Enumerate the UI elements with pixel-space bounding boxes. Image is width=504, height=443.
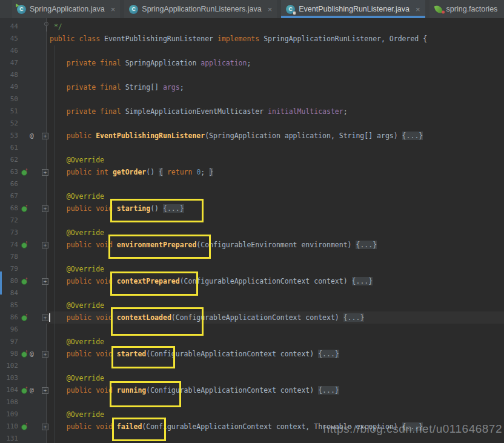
code-line-67[interactable]: 67 @Override xyxy=(0,190,504,202)
overrides-method-icon[interactable]: ↑ xyxy=(21,422,28,431)
code-line-103[interactable]: 103 @Override xyxy=(0,372,504,384)
code-text[interactable]: @Override xyxy=(46,372,504,384)
token-txt xyxy=(50,338,67,346)
code-line-66[interactable]: 66 xyxy=(0,178,504,190)
code-text[interactable] xyxy=(46,178,504,190)
code-line-102[interactable]: 102 xyxy=(0,360,504,372)
code-line-50[interactable]: 50 xyxy=(0,93,504,105)
code-text[interactable]: private final SpringApplication applicat… xyxy=(46,57,504,69)
code-line-47[interactable]: 47 private final SpringApplication appli… xyxy=(0,57,504,69)
code-text[interactable]: public EventPublishingRunListener(Spring… xyxy=(46,130,504,142)
code-line-109[interactable]: 109 @Override xyxy=(0,408,504,421)
editor[interactable]: 44 */45public class EventPublishingRunLi… xyxy=(0,18,504,443)
overrides-method-icon[interactable]: ↑ xyxy=(21,350,28,358)
code-line-48[interactable]: 48 xyxy=(0,69,504,81)
tab-springapplicationrunlisteners-java[interactable]: CSpringApplicationRunListeners.java× xyxy=(124,0,277,18)
overrides-method-icon[interactable]: ↑ xyxy=(21,277,28,285)
fold-expand-icon[interactable]: + xyxy=(42,169,48,176)
code-text[interactable] xyxy=(46,93,504,105)
code-text[interactable] xyxy=(46,251,504,263)
code-line-80[interactable]: 80↑+ public void contextPrepared(Configu… xyxy=(0,275,504,287)
code-line-74[interactable]: 74↑+ public void environmentPrepared(Con… xyxy=(0,239,504,251)
code-text[interactable]: public void environmentPrepared(Configur… xyxy=(46,239,504,251)
code-text[interactable]: @Override xyxy=(46,336,504,348)
code-text[interactable]: public void starting() {...} xyxy=(46,202,504,215)
fold-expand-icon[interactable]: + xyxy=(42,351,48,358)
code-line-96[interactable]: 96 xyxy=(0,324,504,336)
overrides-method-icon[interactable]: ↑ xyxy=(21,204,28,213)
token-txt xyxy=(50,59,67,67)
gutter: 103 xyxy=(0,372,46,384)
gutter: 84 xyxy=(0,287,46,299)
fold-expand-icon[interactable]: + xyxy=(42,387,48,394)
code-text[interactable]: @Override xyxy=(46,299,504,311)
annotation-gutter-icon[interactable]: @ xyxy=(30,386,34,395)
tab-springapplication-java[interactable]: CSpringApplication.java× xyxy=(12,0,120,18)
fold-expand-icon[interactable]: + xyxy=(42,242,48,248)
code-text[interactable]: @Override xyxy=(46,154,504,166)
overrides-method-icon[interactable]: ↑ xyxy=(21,386,28,395)
code-line-84[interactable]: 84 xyxy=(0,287,504,299)
code-text[interactable] xyxy=(46,142,504,154)
code-text[interactable] xyxy=(46,45,504,57)
code-text[interactable]: private final String[] args; xyxy=(46,81,504,93)
code-text[interactable] xyxy=(46,215,504,227)
code-line-44[interactable]: 44 */ xyxy=(0,21,504,33)
code-text[interactable]: @Override xyxy=(46,190,504,202)
code-text[interactable] xyxy=(46,287,504,299)
code-text[interactable]: public int getOrder() { return 0; } xyxy=(46,166,504,178)
code-line-86[interactable]: 86↑+ public void contextLoaded(Configura… xyxy=(0,311,504,324)
tab-eventpublishingrunlistener-java[interactable]: CEventPublishingRunListener.java× xyxy=(281,0,425,18)
code-line-79[interactable]: 79 @Override xyxy=(0,263,504,275)
code-line-72[interactable]: 72 xyxy=(0,215,504,227)
code-line-78[interactable]: 78 xyxy=(0,251,504,263)
code-text[interactable]: @Override xyxy=(46,227,504,239)
code-line-63[interactable]: 63↑+ public int getOrder() { return 0; } xyxy=(0,166,504,178)
fold-expand-icon[interactable]: + xyxy=(42,205,48,212)
code-line-68[interactable]: 68↑+ public void starting() {...} xyxy=(0,202,504,215)
code-text[interactable] xyxy=(46,360,504,372)
code-line-49[interactable]: 49 private final String[] args; xyxy=(0,81,504,93)
gutter: 104↑@+ xyxy=(0,384,46,396)
token-txt: () xyxy=(146,168,159,176)
code-text[interactable]: */ xyxy=(46,21,504,33)
fold-expand-icon[interactable]: + xyxy=(42,133,48,139)
fold-expand-icon[interactable]: + xyxy=(42,315,48,321)
code-text[interactable]: public void started(ConfigurableApplicat… xyxy=(46,348,504,360)
code-text[interactable]: private final SimpleApplicationEventMult… xyxy=(46,105,504,118)
code-line-98[interactable]: 98↑@+ public void started(ConfigurableAp… xyxy=(0,348,504,360)
annotation-gutter-icon[interactable]: @ xyxy=(30,350,34,358)
code-line-104[interactable]: 104↑@+ public void running(ConfigurableA… xyxy=(0,384,504,396)
code-text[interactable]: @Override xyxy=(46,263,504,275)
code-line-52[interactable]: 52 xyxy=(0,118,504,130)
code-line-62[interactable]: 62 @Override xyxy=(0,154,504,166)
code-text[interactable]: @Override xyxy=(46,408,504,421)
overrides-method-icon[interactable]: ↑ xyxy=(21,241,28,249)
code-text[interactable]: public class EventPublishingRunListener … xyxy=(46,33,504,45)
code-text[interactable]: public void contextLoaded(ConfigurableAp… xyxy=(46,311,504,324)
code-text[interactable] xyxy=(46,324,504,336)
code-text[interactable] xyxy=(46,396,504,408)
code-line-73[interactable]: 73 @Override xyxy=(0,227,504,239)
code-line-53[interactable]: 53@+ public EventPublishingRunListener(S… xyxy=(0,130,504,142)
code-text[interactable] xyxy=(46,69,504,81)
tab-spring-factories[interactable]: spring.factories× xyxy=(429,0,504,18)
code-text[interactable] xyxy=(46,118,504,130)
code-line-46[interactable]: 46 xyxy=(0,45,504,57)
close-icon[interactable]: × xyxy=(416,5,420,14)
annotation-gutter-icon[interactable]: @ xyxy=(30,132,34,140)
close-icon[interactable]: × xyxy=(268,5,273,14)
code-line-108[interactable]: 108 xyxy=(0,396,504,408)
fold-expand-icon[interactable]: + xyxy=(42,424,48,430)
close-icon[interactable]: × xyxy=(111,5,116,14)
code-line-97[interactable]: 97 @Override xyxy=(0,336,504,348)
code-line-85[interactable]: 85 @Override xyxy=(0,299,504,311)
code-line-45[interactable]: 45public class EventPublishingRunListene… xyxy=(0,33,504,45)
code-line-61[interactable]: 61 xyxy=(0,142,504,154)
code-line-51[interactable]: 51 private final SimpleApplicationEventM… xyxy=(0,105,504,118)
code-text[interactable]: public void running(ConfigurableApplicat… xyxy=(46,384,504,396)
fold-expand-icon[interactable]: + xyxy=(42,278,48,285)
overrides-method-icon[interactable]: ↑ xyxy=(21,313,28,322)
code-text[interactable]: public void contextPrepared(Configurable… xyxy=(46,275,504,287)
overrides-method-icon[interactable]: ↑ xyxy=(21,168,28,176)
